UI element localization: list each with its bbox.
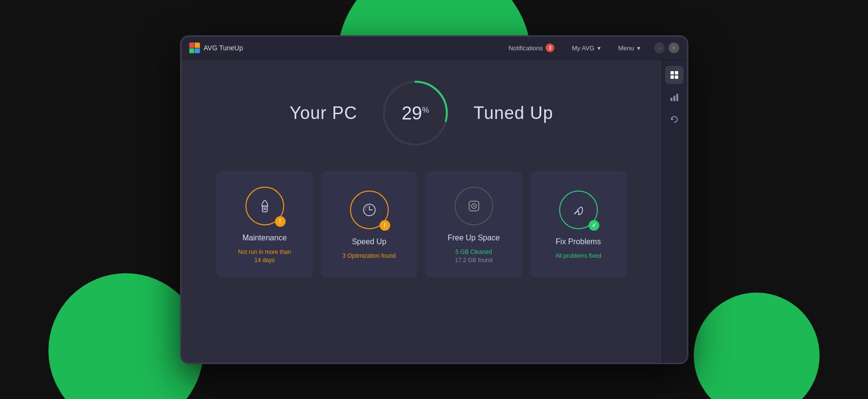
logo-q2 [195,43,200,48]
maintenance-icon-wrapper: ! [243,184,287,228]
card-fixproblems[interactable]: ✓ Fix Problems All problems fixed [530,171,627,278]
fixproblems-status: All problems fixed [555,252,601,260]
fixproblems-svg-icon [570,201,587,219]
menu-label: Menu [618,44,634,52]
notifications-label: Notifications [508,44,543,52]
sidebar-icon-grid[interactable] [665,66,684,84]
chart-icon [670,93,679,102]
cards-row: ! Maintenance Not run in more than 14 da… [191,171,652,278]
titlebar-right: Notifications 3 My AVG ▾ Menu ▾ − ✕ [504,42,679,54]
speedup-status: 3 Optimization found [342,252,396,260]
myavg-button[interactable]: My AVG ▾ [568,43,605,54]
maintenance-badge: ! [275,216,286,227]
sidebar-icon-refresh[interactable] [665,110,684,129]
window-controls: − ✕ [654,43,679,53]
card-speedup[interactable]: ! Speed Up 3 Optimization found [321,171,418,278]
freespace-svg-icon [465,197,483,215]
speedup-svg-icon [361,201,378,219]
score-prefix: Your PC [289,103,357,123]
svg-rect-16 [676,94,678,101]
score-percent-symbol: % [422,105,429,114]
freespace-icon-wrapper [452,184,496,228]
titlebar-left: AVG TuneUp [189,43,243,53]
svg-point-8 [473,205,474,207]
score-section: Your PC 29% Tune [191,74,652,152]
freespace-icon-circle [455,187,493,225]
menu-button[interactable]: Menu ▾ [614,43,644,54]
notifications-button[interactable]: Notifications 3 [504,42,558,54]
speedup-badge: ! [380,220,390,231]
maintenance-status: Not run in more than 14 days [238,248,291,265]
card-maintenance[interactable]: ! Maintenance Not run in more than 14 da… [216,171,313,278]
svg-rect-13 [675,75,678,79]
close-button[interactable]: ✕ [669,43,679,53]
decorative-circle-bottom-right [694,293,820,399]
logo-q4 [195,48,200,54]
refresh-icon [670,115,679,124]
menu-chevron: ▾ [637,44,640,52]
laptop-frame: AVG TuneUp Notifications 3 My AVG ▾ Menu… [180,35,688,364]
myavg-label: My AVG [572,44,594,52]
titlebar: AVG TuneUp Notifications 3 My AVG ▾ Menu… [182,37,687,60]
svg-rect-11 [675,71,678,74]
logo-q3 [189,48,195,54]
logo-q1 [189,43,195,48]
freespace-status: 5 GB Cleaned 17.2 GB found [455,248,492,265]
svg-rect-10 [670,71,674,74]
app-title: AVG TuneUp [204,44,243,52]
avg-logo [189,43,200,53]
speedup-icon-wrapper: ! [348,188,391,232]
app-container: AVG TuneUp Notifications 3 My AVG ▾ Menu… [182,37,687,363]
notifications-badge: 3 [546,44,554,52]
score-suffix: Tuned Up [473,103,553,123]
outer-background: AVG TuneUp Notifications 3 My AVG ▾ Menu… [0,0,868,399]
score-circle-container: 29% [377,74,454,152]
myavg-chevron: ▾ [597,44,601,52]
sidebar [662,60,687,363]
grid-icon [670,71,679,79]
svg-line-9 [575,211,578,214]
svg-rect-14 [670,98,672,101]
maintenance-title: Maintenance [243,234,287,242]
content-area: Your PC 29% Tune [182,60,662,363]
maintenance-svg-icon [256,197,274,215]
sidebar-icon-chart[interactable] [665,88,684,106]
card-freespace[interactable]: Free Up Space 5 GB Cleaned 17.2 GB found [426,171,522,278]
svg-rect-12 [670,75,674,79]
fixproblems-title: Fix Problems [556,237,601,246]
fixproblems-badge: ✓ [589,220,599,231]
speedup-title: Speed Up [352,237,386,246]
fixproblems-icon-wrapper: ✓ [557,188,600,232]
minimize-button[interactable]: − [654,43,665,53]
score-number: 29% [402,103,429,123]
freespace-title: Free Up Space [448,234,500,242]
svg-rect-2 [262,206,267,212]
svg-rect-15 [673,96,675,101]
main-layout: Your PC 29% Tune [182,60,687,363]
